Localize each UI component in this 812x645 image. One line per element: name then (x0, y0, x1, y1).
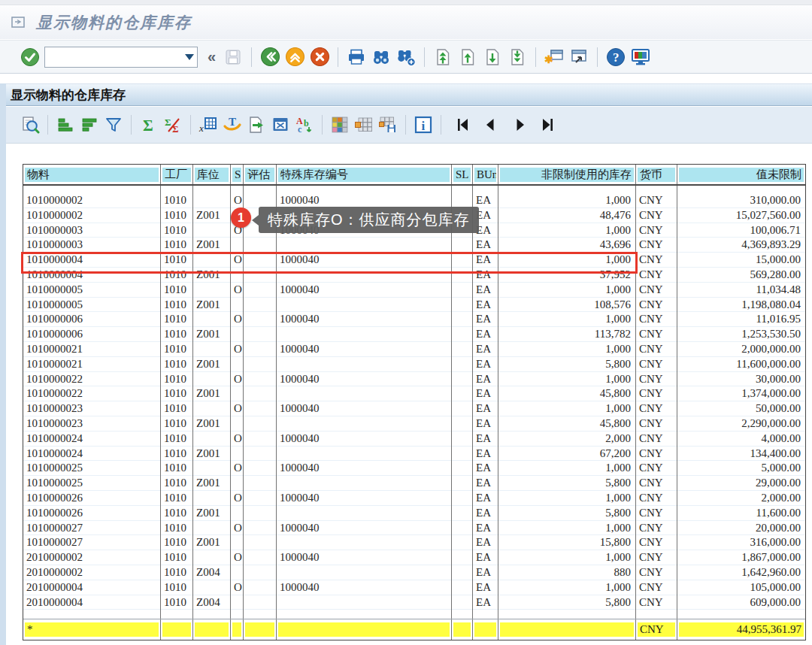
first-page-icon[interactable] (432, 47, 453, 68)
column-header-sloc[interactable]: 库位 (193, 165, 231, 184)
cell-sloc[interactable]: Z001 (193, 476, 231, 491)
cell-value_unrestricted[interactable]: 1,198,080.04 (677, 298, 805, 313)
cell-valuation[interactable] (244, 253, 277, 268)
cell-bun[interactable]: EA (473, 447, 498, 462)
cell-s[interactable]: O (231, 521, 244, 536)
cell-plant[interactable]: 1010 (161, 580, 193, 595)
cell-value_unrestricted[interactable]: 1,867,000.00 (677, 550, 805, 565)
cell-unrestricted_stock[interactable]: 1,000 (498, 372, 636, 387)
cell-valuation[interactable] (244, 416, 277, 432)
table-row[interactable]: 10100000231010Z001EA45,800CNY2,290,000.0… (23, 416, 805, 432)
cell-material[interactable]: 1010000027 (23, 535, 161, 550)
cell-material[interactable]: 1010000023 (23, 401, 161, 416)
previous-page-icon[interactable] (457, 47, 478, 68)
cell-bun[interactable]: EA (473, 386, 498, 401)
cell-currency[interactable]: CNY (636, 461, 677, 476)
cell-s[interactable] (231, 447, 244, 462)
cell-valuation[interactable] (244, 550, 277, 565)
cell-unrestricted_stock[interactable]: 1,000 (498, 283, 636, 298)
cell-value_unrestricted[interactable]: 4,369,893.29 (677, 238, 805, 253)
cell-bun[interactable]: EA (473, 416, 498, 432)
table-row[interactable]: 10100000271010O1000040EA1,000CNY20,000.0… (23, 521, 805, 536)
cell-plant[interactable]: 1010 (161, 386, 193, 401)
cell-unrestricted_stock[interactable]: 2,000 (498, 432, 636, 447)
cell-unrestricted_stock[interactable]: 5,800 (498, 476, 636, 491)
cell-special_stock_no[interactable] (277, 238, 452, 253)
cell-sloc[interactable] (193, 223, 231, 238)
cell-special_stock_no[interactable] (277, 506, 452, 521)
cell-material[interactable]: 1010000023 (23, 416, 161, 432)
table-row[interactable]: 10100000051010Z001EA108,576CNY1,198,080.… (23, 298, 805, 313)
cell-s[interactable]: O (231, 372, 244, 387)
cell-plant[interactable]: 1010 (161, 238, 193, 253)
save-icon[interactable] (223, 47, 244, 68)
cell-sl[interactable] (452, 386, 473, 401)
cell-special_stock_no[interactable]: 1000040 (277, 550, 452, 565)
cell-sloc[interactable] (193, 401, 231, 416)
cell-bun[interactable]: EA (473, 193, 498, 208)
cell-s[interactable]: O (231, 193, 244, 208)
table-row[interactable]: 10100000241010O1000040EA2,000CNY4,000.00 (23, 432, 805, 447)
cell-sloc[interactable] (193, 580, 231, 595)
cell-bun[interactable]: EA (473, 550, 498, 565)
total-cell-value_unrestricted[interactable]: 44,955,361.97 (677, 619, 805, 640)
cell-bun[interactable]: EA (473, 521, 498, 536)
column-header-material[interactable]: 物料 (23, 165, 161, 184)
cell-sloc[interactable]: Z001 (193, 447, 231, 462)
cell-value_unrestricted[interactable]: 20,000.00 (677, 521, 805, 536)
cell-value_unrestricted[interactable]: 11,600.00 (677, 506, 805, 521)
cell-currency[interactable]: CNY (636, 372, 677, 387)
cell-bun[interactable]: EA (473, 476, 498, 491)
cell-currency[interactable]: CNY (636, 208, 677, 223)
cell-plant[interactable]: 1010 (161, 550, 193, 565)
cell-material[interactable]: 1010000006 (23, 312, 161, 327)
cell-special_stock_no[interactable]: 1000040 (277, 312, 452, 327)
cell-currency[interactable]: CNY (636, 386, 677, 401)
cell-valuation[interactable] (244, 283, 277, 298)
cell-bun[interactable]: EA (473, 491, 498, 506)
cell-plant[interactable]: 1010 (161, 432, 193, 447)
cell-special_stock_no[interactable] (277, 327, 452, 342)
cell-plant[interactable]: 1010 (161, 447, 193, 462)
cell-value_unrestricted[interactable]: 50,000.00 (677, 401, 805, 416)
cell-bun[interactable]: EA (473, 506, 498, 521)
cell-sl[interactable] (452, 283, 473, 298)
cell-value_unrestricted[interactable]: 30,000.00 (677, 372, 805, 387)
cell-value_unrestricted[interactable]: 1,642,960.00 (677, 565, 805, 580)
cell-s[interactable] (231, 595, 244, 610)
cell-value_unrestricted[interactable]: 2,000.00 (677, 491, 805, 506)
cell-sloc[interactable] (193, 283, 231, 298)
table-row[interactable]: 10100000211010O1000040EA1,000CNY2,000,00… (23, 342, 805, 357)
table-row[interactable]: 10100000041010Z001EA37,952CNY569,280.00 (23, 268, 805, 283)
cell-material[interactable]: 1010000021 (23, 357, 161, 372)
last-page-icon[interactable] (507, 47, 528, 68)
cell-value_unrestricted[interactable]: 569,280.00 (677, 268, 805, 283)
cell-sloc[interactable] (193, 253, 231, 268)
cell-value_unrestricted[interactable]: 5,000.00 (677, 461, 805, 476)
cell-material[interactable]: 1010000024 (23, 447, 161, 462)
cell-special_stock_no[interactable] (277, 268, 452, 283)
cell-value_unrestricted[interactable]: 29,000.00 (677, 476, 805, 491)
cell-sloc[interactable]: Z001 (193, 298, 231, 313)
find-icon[interactable] (371, 47, 392, 68)
cell-value_unrestricted[interactable]: 1,374,000.00 (677, 386, 805, 401)
cell-currency[interactable]: CNY (636, 327, 677, 342)
cell-currency[interactable]: CNY (636, 238, 677, 253)
sum-icon[interactable]: Σ (138, 114, 159, 135)
cell-unrestricted_stock[interactable]: 67,200 (498, 447, 636, 462)
cell-unrestricted_stock[interactable]: 5,800 (498, 506, 636, 521)
command-input[interactable] (45, 50, 182, 65)
cell-value_unrestricted[interactable]: 310,000.00 (677, 193, 805, 208)
cell-sl[interactable] (452, 595, 473, 610)
cell-bun[interactable]: EA (473, 535, 498, 550)
cell-special_stock_no[interactable]: 1000040 (277, 401, 452, 416)
cell-currency[interactable]: CNY (636, 476, 677, 491)
exit-icon[interactable] (309, 47, 330, 68)
cell-valuation[interactable] (244, 372, 277, 387)
cell-currency[interactable]: CNY (636, 595, 677, 610)
cell-bun[interactable]: EA (473, 268, 498, 283)
table-row[interactable]: 10100000031010Z001EA43,696CNY4,369,893.2… (23, 238, 805, 253)
cell-special_stock_no[interactable]: 1000040 (277, 283, 452, 298)
cell-material[interactable]: 2010000004 (23, 595, 161, 610)
table-row[interactable]: 10100000221010O1000040EA1,000CNY30,000.0… (23, 372, 805, 387)
